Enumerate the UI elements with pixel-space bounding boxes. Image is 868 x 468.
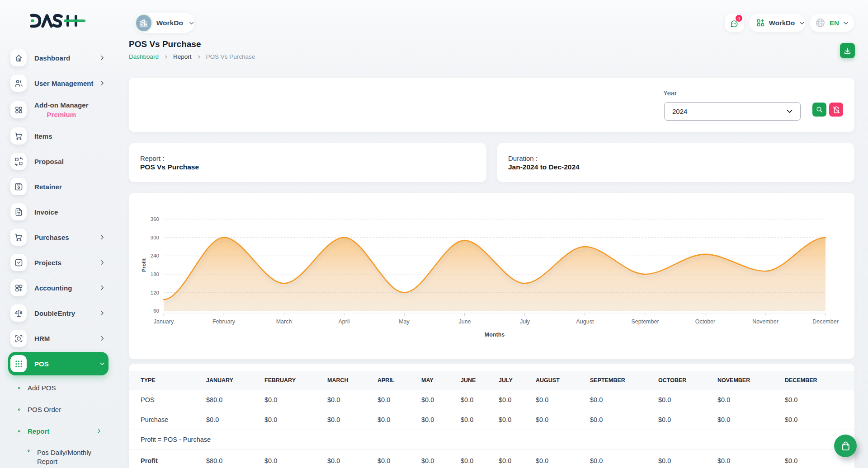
svg-text:180: 180 — [151, 271, 159, 277]
svg-text:January: January — [154, 318, 174, 325]
svg-text:August: August — [576, 318, 594, 325]
svg-text:60: 60 — [153, 308, 159, 314]
svg-text:240: 240 — [151, 253, 159, 258]
svg-text:Months: Months — [485, 332, 505, 338]
svg-text:March: March — [276, 318, 292, 325]
svg-text:September: September — [631, 318, 659, 325]
svg-text:April: April — [338, 318, 349, 325]
svg-text:July: July — [520, 318, 530, 325]
svg-text:360: 360 — [151, 216, 159, 222]
svg-text:November: November — [752, 318, 778, 325]
svg-text:October: October — [695, 318, 715, 325]
svg-text:June: June — [458, 318, 471, 325]
svg-text:120: 120 — [151, 290, 159, 295]
svg-text:February: February — [212, 318, 236, 325]
svg-text:December: December — [812, 318, 839, 325]
svg-text:300: 300 — [151, 235, 159, 240]
svg-text:May: May — [399, 318, 410, 325]
svg-text:Profit: Profit — [141, 258, 146, 272]
